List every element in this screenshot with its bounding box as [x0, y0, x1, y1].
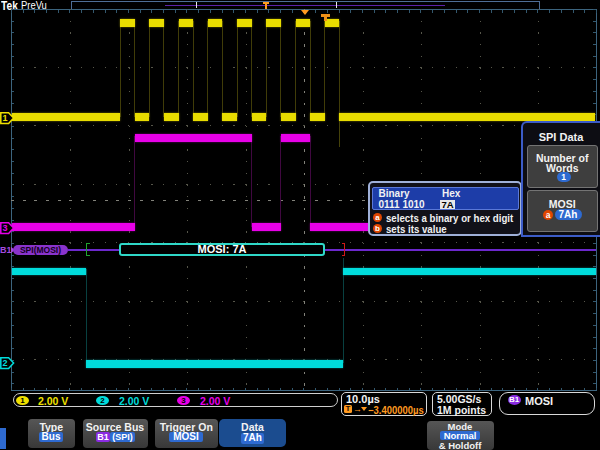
svg-text:1: 1	[2, 113, 7, 123]
svg-text:3: 3	[2, 223, 7, 233]
svg-text:2: 2	[2, 358, 7, 368]
